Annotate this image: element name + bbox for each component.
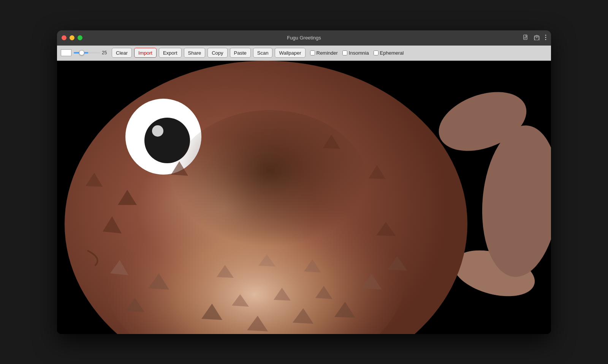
- svg-point-3: [545, 37, 546, 38]
- reminder-label: Reminder: [317, 50, 338, 56]
- titlebar: Fugu Greetings: [57, 30, 551, 46]
- svg-point-1: [536, 37, 537, 38]
- clear-button[interactable]: Clear: [112, 48, 132, 58]
- ephemeral-checkbox-label[interactable]: Ephemeral: [374, 50, 404, 56]
- window-title: Fugu Greetings: [287, 35, 321, 41]
- fugu-image: [57, 61, 551, 334]
- scan-button[interactable]: Scan: [253, 48, 273, 58]
- import-button[interactable]: Import: [134, 48, 157, 58]
- maximize-button[interactable]: [78, 35, 82, 40]
- canvas-area[interactable]: [57, 61, 551, 334]
- titlebar-icons: [523, 35, 546, 41]
- toolbar: 25 Clear Import Export Share Copy Paste …: [57, 46, 551, 61]
- checkbox-group: Reminder Insomnia Ephemeral: [310, 50, 404, 56]
- wallpaper-button[interactable]: Wallpaper: [275, 48, 305, 58]
- slider-container: 25: [74, 50, 109, 55]
- ephemeral-checkbox[interactable]: [374, 50, 378, 55]
- export-button[interactable]: Export: [159, 48, 182, 58]
- copy-button[interactable]: Copy: [207, 48, 227, 58]
- svg-point-2: [545, 35, 546, 36]
- insomnia-checkbox[interactable]: [342, 50, 347, 55]
- new-document-icon[interactable]: [523, 35, 529, 41]
- insomnia-checkbox-label[interactable]: Insomnia: [342, 50, 369, 56]
- svg-point-4: [545, 39, 546, 40]
- reminder-checkbox[interactable]: [310, 50, 315, 55]
- close-button[interactable]: [62, 35, 66, 40]
- svg-point-13: [152, 125, 163, 137]
- share-button[interactable]: Share: [184, 48, 206, 58]
- pen-preview: [61, 49, 71, 56]
- brush-size-value: 25: [102, 50, 109, 55]
- extensions-icon[interactable]: [534, 35, 540, 41]
- insomnia-label: Insomnia: [349, 50, 369, 56]
- ephemeral-label: Ephemeral: [380, 50, 404, 56]
- paste-button[interactable]: Paste: [230, 48, 251, 58]
- more-options-icon[interactable]: [545, 35, 546, 41]
- reminder-checkbox-label[interactable]: Reminder: [310, 50, 338, 56]
- minimize-button[interactable]: [70, 35, 74, 40]
- brush-size-slider[interactable]: [74, 52, 100, 54]
- svg-point-14: [171, 110, 369, 262]
- app-window: Fugu Greetings: [57, 30, 551, 334]
- traffic-lights: [62, 35, 82, 40]
